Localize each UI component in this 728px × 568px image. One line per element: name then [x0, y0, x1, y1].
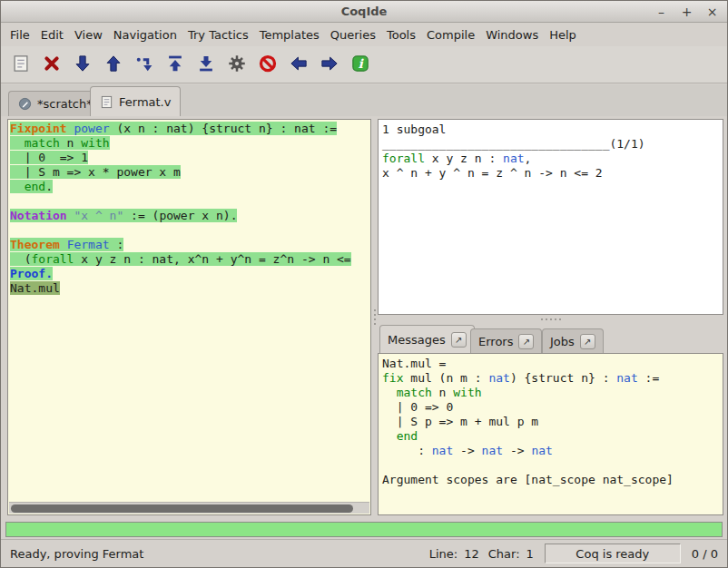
menu-edit[interactable]: Edit: [35, 25, 69, 44]
goals-pane[interactable]: 1 subgoal_______________________________…: [378, 119, 723, 315]
detach-jobs-button[interactable]: ↗: [580, 334, 595, 349]
detach-errors-button[interactable]: ↗: [518, 334, 534, 349]
vertical-splitter[interactable]: [371, 119, 378, 515]
code-line: end.: [10, 180, 370, 194]
window-controls: – + ×: [655, 1, 718, 22]
titlebar[interactable]: CoqIde – + ×: [1, 1, 727, 23]
step-backward-button[interactable]: [99, 51, 127, 78]
minimize-button[interactable]: –: [655, 5, 667, 19]
detach-icon: ↗: [523, 337, 530, 347]
tab-errors[interactable]: Errors ↗: [470, 328, 542, 353]
arrow-to-bottom-icon: [197, 54, 215, 75]
scrollbar-thumb[interactable]: [11, 504, 353, 513]
tab-label: Messages: [388, 333, 446, 347]
save-button[interactable]: [6, 51, 34, 78]
coqide-window: CoqIde – + × File Edit View Navigation T…: [0, 0, 728, 568]
down-arrow-icon: [74, 54, 92, 75]
detach-icon: ↗: [584, 337, 591, 347]
panel-tabbar: Messages ↗ Errors ↗ Jobs ↗: [378, 323, 723, 353]
code-line: Proof.: [10, 267, 370, 281]
file-icon: [100, 95, 113, 109]
menu-try-tactics[interactable]: Try Tactics: [182, 25, 254, 44]
window-title: CoqIde: [1, 5, 727, 18]
close-button[interactable]: ×: [706, 5, 718, 19]
code-line: match n with: [382, 386, 719, 400]
detach-messages-button[interactable]: ↗: [451, 332, 467, 348]
tab-scratch[interactable]: *scratch*: [8, 91, 103, 116]
code-line: | S m => x * power x m: [10, 165, 370, 180]
menu-file[interactable]: File: [5, 25, 35, 44]
code-line: Notation "x ^ n" := (power x n).: [10, 209, 370, 223]
maximize-button[interactable]: +: [681, 5, 693, 19]
status-bar: Ready, proving Fermat Line: 12 Char: 1 C…: [1, 539, 727, 567]
code-line: [10, 223, 370, 238]
menu-help[interactable]: Help: [544, 25, 582, 44]
goals-view: 1 subgoal_______________________________…: [379, 120, 723, 183]
task-counter: 0 / 0: [692, 547, 718, 561]
left-arrow-icon: [290, 54, 308, 75]
char-label: Char:: [488, 547, 520, 561]
menu-templates[interactable]: Templates: [254, 25, 325, 44]
menu-navigation[interactable]: Navigation: [108, 25, 182, 44]
status-message: Ready, proving Fermat: [10, 547, 143, 561]
step-forward-button[interactable]: [68, 51, 96, 78]
tab-label: Jobs: [550, 335, 575, 348]
code-line: fix mul (n m : nat) {struct n} : nat :=: [382, 371, 719, 386]
code-line: : nat -> nat -> nat: [382, 444, 719, 458]
editor-pane[interactable]: Fixpoint power (x n : nat) {struct n} : …: [7, 119, 371, 515]
menu-bar: File Edit View Navigation Try Tactics Te…: [1, 24, 727, 46]
code-line: | 0 => 0: [382, 400, 719, 415]
code-line: (forall x y z n : nat, x^n + y^n = z^n -…: [10, 252, 370, 267]
code-line: Fixpoint power (x n : nat) {struct n} : …: [10, 122, 370, 136]
code-line: end: [382, 429, 719, 444]
code-line: [10, 194, 370, 209]
restart-button[interactable]: [161, 51, 189, 78]
scratch-buffer-icon: [18, 97, 32, 111]
close-buffer-button[interactable]: [37, 51, 65, 78]
close-x-icon: [43, 54, 61, 75]
coq-status-text: Coq is ready: [576, 547, 649, 561]
horizontal-splitter[interactable]: [378, 315, 723, 323]
code-line: | S p => m + mul p m: [382, 415, 719, 429]
preferences-button[interactable]: [222, 51, 251, 78]
arrow-to-top-icon: [166, 54, 184, 75]
script-buffer[interactable]: Fixpoint power (x n : nat) {struct n} : …: [8, 120, 370, 296]
about-coq-button[interactable]: i: [346, 51, 374, 78]
menu-windows[interactable]: Windows: [480, 25, 544, 44]
code-line: [382, 458, 719, 473]
tab-label: Fermat.v: [119, 95, 171, 109]
code-line: x ^ n + y ^ n = z ^ n -> n <= 2: [382, 166, 719, 181]
interrupt-button[interactable]: [253, 51, 281, 78]
next-occurrence-button[interactable]: [315, 51, 343, 78]
menu-tools[interactable]: Tools: [381, 25, 421, 44]
no-entry-icon: [259, 54, 277, 75]
go-to-cursor-button[interactable]: [130, 51, 158, 78]
line-label: Line:: [429, 547, 457, 561]
horizontal-scrollbar[interactable]: [9, 502, 369, 514]
tab-label: Errors: [478, 335, 513, 348]
tab-fermat[interactable]: Fermat.v: [90, 86, 181, 116]
code-line: Argument scopes are [nat_scope nat_scope…: [382, 473, 719, 487]
document-tabbar: *scratch* Fermat.v: [1, 84, 727, 116]
status-right: Line: 12 Char: 1 Coq is ready 0 / 0: [420, 544, 718, 563]
code-line: Nat.mul: [10, 281, 370, 296]
save-icon: [12, 54, 30, 75]
coq-status-box: Coq is ready: [545, 544, 681, 563]
code-line: forall x y z n : nat,: [382, 152, 719, 166]
previous-occurrence-button[interactable]: [284, 51, 312, 78]
menu-view[interactable]: View: [69, 25, 108, 44]
code-line: Theorem Fermat :: [10, 238, 370, 252]
code-line: Nat.mul =: [382, 357, 719, 371]
up-arrow-icon: [104, 54, 123, 75]
code-line: | 0 => 1: [10, 151, 370, 165]
tab-jobs[interactable]: Jobs ↗: [542, 328, 604, 353]
menu-compile[interactable]: Compile: [421, 25, 480, 44]
detach-icon: ↗: [455, 335, 462, 345]
messages-panel[interactable]: Nat.mul =fix mul (n m : nat) {struct n} …: [378, 353, 723, 515]
tab-messages[interactable]: Messages ↗: [379, 325, 475, 353]
main-area: Fixpoint power (x n : nat) {struct n} : …: [1, 116, 727, 521]
code-line: ________________________________(1/1): [382, 137, 719, 152]
go-to-end-button[interactable]: [192, 51, 220, 78]
menu-queries[interactable]: Queries: [325, 25, 381, 44]
line-value: 12: [464, 547, 479, 561]
